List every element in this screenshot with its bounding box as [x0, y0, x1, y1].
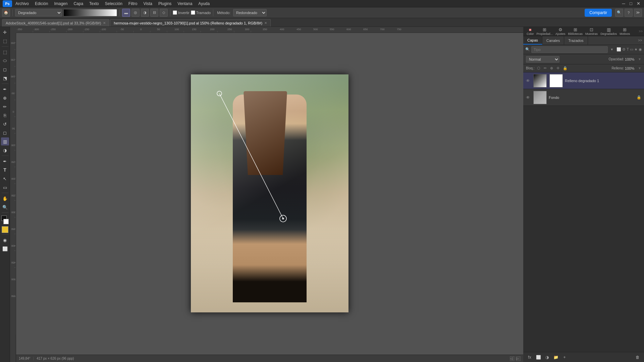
tool-quick-mask[interactable]: ◉ — [1, 236, 9, 244]
layer-0-visibility[interactable]: 👁 — [526, 78, 531, 83]
menu-capa[interactable]: Capa — [71, 1, 86, 7]
method-select[interactable]: Redondeado — [233, 9, 267, 16]
status-next-btn[interactable]: ▷ — [516, 356, 521, 361]
invert-checkbox[interactable] — [173, 10, 177, 15]
filter-adjustment-icon[interactable]: ⚙ — [622, 47, 626, 52]
menu-seleccion[interactable]: Selección — [102, 1, 125, 7]
filter-smart-icon[interactable]: ★ — [634, 47, 638, 52]
tool-eyedropper[interactable]: ✒ — [1, 85, 9, 93]
ps-logo[interactable]: Ps — [3, 0, 12, 7]
canvas-viewport[interactable] — [16, 33, 523, 354]
tool-marquee[interactable]: ⬚ — [1, 48, 9, 56]
tool-eraser[interactable]: ◻ — [1, 129, 9, 137]
menu-plugins[interactable]: Plugins — [156, 1, 174, 7]
layer-item-0[interactable]: 👁 Relleno degradado 1 — [523, 72, 644, 89]
gradient-tool-select[interactable]: Degradado — [15, 9, 62, 16]
layers-type-btn[interactable]: ▼ — [609, 47, 614, 52]
tool-pen[interactable]: ✒ — [1, 157, 9, 165]
menu-archivo[interactable]: Archivo — [13, 1, 32, 7]
adjustment-layer-btn[interactable]: ◑ — [543, 354, 551, 361]
panel-icon-ajustes[interactable]: ⚙ Ajustes — [555, 27, 566, 36]
expand-btn[interactable]: ≫ — [634, 9, 642, 17]
add-mask-btn[interactable]: ⬜ — [535, 354, 542, 361]
layers-expand-btn[interactable]: >> — [636, 36, 644, 45]
layers-type-input[interactable] — [531, 46, 608, 53]
lock-paint-btn[interactable]: ✏ — [543, 66, 548, 71]
tool-clone[interactable]: ⎘ — [1, 111, 9, 119]
lock-artboard-btn[interactable]: ⊕ — [549, 66, 554, 71]
layer-1-visibility[interactable]: 👁 — [526, 95, 531, 100]
compartir-button[interactable]: Compartir — [585, 9, 612, 17]
menu-imagen[interactable]: Imagen — [51, 1, 70, 7]
tab-trazados[interactable]: Trazados — [564, 36, 588, 45]
filter-active-icon[interactable]: ◉ — [639, 47, 642, 52]
menu-ventana[interactable]: Ventana — [175, 1, 195, 7]
menu-vista[interactable]: Vista — [141, 1, 155, 7]
background-color[interactable] — [3, 219, 9, 224]
fill-value[interactable]: 100% — [625, 66, 637, 70]
tool-path-selection[interactable]: ↖ — [1, 175, 9, 183]
tool-lasso[interactable]: ⬭ — [1, 57, 9, 65]
foreground-yellow[interactable] — [2, 226, 8, 233]
search-btn[interactable]: 🔍 — [615, 9, 623, 17]
tab-2-close[interactable]: ✕ — [264, 21, 267, 25]
filter-shape-icon[interactable]: ▭ — [630, 47, 633, 52]
home-btn[interactable]: 🏠 — [2, 9, 10, 17]
filter-pixel-icon[interactable]: ⬜ — [616, 47, 621, 52]
opacity-arrow[interactable]: ▼ — [638, 57, 641, 61]
tool-gradient[interactable]: ▥ — [1, 137, 9, 145]
gradient-reflected-btn[interactable]: ⊟ — [150, 9, 158, 17]
filter-type-icon[interactable]: T — [627, 47, 629, 52]
gradient-angle-btn[interactable]: ◑ — [141, 9, 149, 17]
tab-1[interactable]: AdobeStock_408991546-scaled[1].psd al 33… — [2, 19, 109, 26]
panel-icon-propiedades[interactable]: ⊞ Propiedad... — [537, 27, 553, 36]
tool-hand[interactable]: ✋ — [1, 194, 9, 202]
status-prev-btn[interactable]: ◁ — [510, 356, 515, 361]
tool-dodge[interactable]: ◑ — [1, 146, 9, 154]
invert-label[interactable]: Invertir — [173, 10, 190, 15]
add-folder-btn[interactable]: 📁 — [552, 354, 559, 361]
tramado-label[interactable]: Tramado — [191, 10, 211, 15]
tool-brush[interactable]: ✏ — [1, 103, 9, 111]
tool-screen-mode[interactable]: ⬜ — [1, 245, 9, 253]
panel-icon-motivos[interactable]: ⊞ Motivos — [620, 27, 630, 36]
lock-transparent-btn[interactable]: ⬡ — [536, 66, 541, 71]
tab-canales[interactable]: Canales — [542, 36, 564, 45]
tool-object-selection[interactable]: ◻ — [1, 65, 9, 73]
add-layer-btn[interactable]: + — [561, 354, 568, 361]
tool-type[interactable]: T — [1, 166, 9, 174]
panel-icon-bibliotecas[interactable]: ⊞ Bibliotecas — [568, 27, 583, 36]
tool-zoom[interactable]: 🔍 — [1, 203, 9, 211]
menu-ayuda[interactable]: Ayuda — [196, 1, 212, 7]
menu-texto[interactable]: Texto — [87, 1, 102, 7]
delete-layer-btn[interactable]: 🗑 — [634, 354, 641, 361]
lock-position-btn[interactable]: ✛ — [555, 66, 560, 71]
panels-expand-btn[interactable]: >> — [639, 29, 643, 33]
minimize-btn[interactable]: ─ — [621, 1, 627, 7]
tool-move[interactable]: ✛ — [1, 28, 9, 36]
lock-all-btn[interactable]: 🔒 — [562, 66, 569, 71]
panel-icon-color[interactable]: ■ Color — [527, 27, 534, 36]
close-btn[interactable]: ✕ — [635, 1, 641, 7]
tab-capas[interactable]: Capas — [523, 36, 542, 45]
gradient-linear-btn[interactable]: ▬ — [122, 9, 130, 17]
layer-item-1[interactable]: 👁 Fondo 🔒 — [523, 89, 644, 106]
panel-icon-degradados[interactable]: ▥ Degradados — [600, 27, 617, 36]
tool-healing[interactable]: ⊕ — [1, 94, 9, 102]
tab-1-close[interactable]: ✕ — [103, 21, 106, 25]
maximize-btn[interactable]: □ — [628, 1, 634, 7]
tramado-checkbox[interactable] — [191, 10, 195, 15]
tool-artboard[interactable]: ⬚ — [1, 37, 9, 45]
tool-crop[interactable]: ⬔ — [1, 74, 9, 82]
tool-history-brush[interactable]: ↺ — [1, 120, 9, 128]
fill-arrow[interactable]: ▼ — [638, 66, 641, 70]
gradient-diamond-btn[interactable]: ◇ — [160, 9, 168, 17]
menu-edicion[interactable]: Edición — [32, 1, 51, 7]
opacity-value[interactable]: 100% — [625, 57, 637, 61]
panel-icon-muestras[interactable]: ⊡ Muestras — [585, 27, 598, 36]
fx-btn[interactable]: fx — [526, 354, 533, 361]
gradient-radial-btn[interactable]: ◎ — [131, 9, 140, 17]
color-boxes[interactable] — [1, 216, 9, 224]
help-btn[interactable]: ? — [625, 9, 633, 17]
tab-2[interactable]: hermosa-mujer-vestido-negro_1303-10790[1… — [110, 19, 271, 26]
